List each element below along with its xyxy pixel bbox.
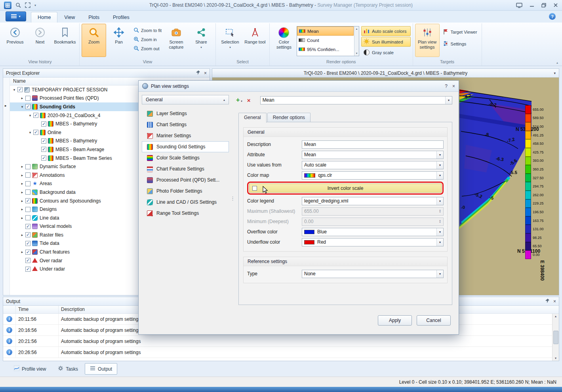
icon-column-header[interactable] (3, 306, 16, 313)
scroll-down-icon[interactable]: ▾ (555, 356, 556, 360)
sun-illuminated-button[interactable]: Sun illuminated (361, 37, 411, 47)
gray-scale-button[interactable]: Gray scale (361, 47, 411, 57)
quick-zoom-icon[interactable] (15, 2, 21, 8)
expander-icon[interactable]: ▸ (19, 96, 25, 100)
checkbox[interactable]: ✓ (25, 232, 30, 237)
tab-view[interactable]: View (57, 12, 82, 23)
plan-view-settings-button[interactable]: Plan view settings (415, 24, 440, 57)
zoom-button[interactable]: Zoom (82, 24, 106, 57)
previous-button[interactable]: Previous (3, 24, 27, 57)
dialog-help-icon[interactable]: ? (445, 83, 448, 89)
expander-icon[interactable]: ▸ (19, 190, 25, 194)
scroll-up-icon[interactable]: ▴ (555, 314, 556, 318)
delete-attribute-button[interactable]: × (247, 97, 251, 103)
checkbox[interactable] (25, 181, 30, 186)
sidebar-item-line-cad-gis-settings[interactable]: Line and CAD / GIS Settings (142, 197, 229, 208)
checkbox[interactable] (25, 164, 30, 169)
close-panel-icon[interactable]: × (204, 71, 207, 76)
output-scrollbar[interactable]: ▴▾ (552, 314, 559, 361)
invert-color-scale-row[interactable]: Invert color scale (249, 184, 442, 193)
map-view-header[interactable]: TrQI-020 - Brest EM2040 \ 2020-09-21_Coa… (212, 69, 559, 78)
scroll-down-icon[interactable]: ▾ (356, 52, 358, 55)
checkbox[interactable]: ✓ (17, 87, 23, 92)
scrollbar-thumb[interactable] (553, 331, 558, 344)
help-icon[interactable]: ? (549, 13, 556, 20)
color-map-combo[interactable]: qps.clr▼ (302, 171, 444, 180)
tab-general[interactable]: General (238, 113, 267, 123)
sidebar-category-general[interactable]: General ▴ (142, 95, 229, 104)
application-menu-button[interactable]: ▾ (6, 11, 26, 21)
checkbox[interactable]: ✓ (33, 130, 38, 135)
color-legend-combo[interactable]: legend_dredging.xml▼ (302, 197, 444, 205)
app-icon[interactable] (4, 2, 11, 9)
dialog-close-icon[interactable]: × (452, 84, 455, 89)
screen-capture-button[interactable]: Screen capture (164, 24, 189, 57)
splitter-handle[interactable]: ⋮ (230, 195, 235, 201)
sidebar-item-chart-feature-settings[interactable]: Chart Feature Settings (142, 163, 229, 174)
pin-icon[interactable] (196, 70, 200, 76)
minimum-spinner[interactable]: 0.00▲▼ (302, 218, 444, 226)
underflow-color-combo[interactable]: Red▼ (302, 238, 444, 246)
expander-icon[interactable]: ▸ (19, 250, 25, 254)
checkbox[interactable]: ✓ (25, 241, 30, 246)
attribute-select[interactable]: Mean ▼ (260, 96, 452, 104)
checkbox[interactable]: ✓ (25, 258, 30, 263)
expander-icon[interactable]: ▸ (19, 233, 25, 237)
attribute-item-mean[interactable]: Mean (297, 27, 354, 36)
sidebar-item-range-tool-settings[interactable]: Range Tool Settings (142, 208, 229, 219)
checkbox[interactable]: ✓ (25, 224, 30, 229)
tab-plots[interactable]: Plots (82, 12, 106, 23)
minimize-button[interactable] (530, 3, 534, 8)
expander-icon[interactable]: ▸ (19, 173, 25, 177)
maximum-spinner[interactable]: 655.00▲▼ (302, 207, 444, 216)
checkbox[interactable]: ✓ (41, 147, 46, 152)
tab-output[interactable]: Output (85, 363, 117, 375)
tab-profiles[interactable]: Profiles (106, 12, 136, 23)
range-tool-button[interactable]: Range tool (243, 24, 267, 57)
checkbox[interactable]: ✓ (25, 198, 30, 203)
pin-icon[interactable] (545, 298, 550, 304)
reference-type-combo[interactable]: None▼ (302, 270, 444, 278)
checkbox[interactable]: ✓ (41, 121, 46, 127)
tab-render-options[interactable]: Render options (267, 113, 311, 122)
tab-profile-view[interactable]: Profile view (9, 363, 51, 375)
quick-fit-icon[interactable] (25, 2, 30, 8)
attribute-item-count[interactable]: Count (297, 36, 354, 45)
attribute-combo[interactable]: Mean▼ (302, 151, 444, 159)
checkbox[interactable]: ✓ (25, 104, 30, 109)
target-viewer-button[interactable]: Target Viewer (442, 28, 477, 36)
zoom-out-button[interactable]: Zoom out (133, 45, 162, 52)
zoom-in-button[interactable]: Zoom in (133, 36, 162, 43)
output-row[interactable]: 20:21:56Automatic backup of program sett… (3, 336, 559, 347)
checkbox[interactable]: ✓ (33, 113, 38, 118)
output-row[interactable]: 20:26:56Automatic backup of program sett… (3, 347, 559, 358)
apply-button[interactable]: Apply (378, 315, 412, 326)
checkbox[interactable] (25, 207, 30, 212)
time-column-header[interactable]: Time (16, 306, 59, 313)
cancel-button[interactable]: Cancel (417, 315, 451, 326)
bookmarks-button[interactable]: Bookmarks (53, 24, 77, 57)
spinner-arrows-icon[interactable]: ▲▼ (439, 209, 441, 213)
overflow-color-combo[interactable]: Blue▼ (302, 228, 444, 236)
expander-icon[interactable]: ▸ (19, 182, 25, 186)
checkbox[interactable]: ✓ (41, 155, 46, 161)
scroll-up-icon[interactable]: ▴ (356, 27, 358, 30)
expander-icon[interactable]: ▸ (19, 199, 25, 203)
attribute-list-scrollbar[interactable]: ▴▾ (354, 27, 359, 56)
checkbox[interactable] (25, 96, 30, 101)
sidebar-item-mariner-settings[interactable]: Mariner Settings (142, 130, 229, 141)
zoom-to-fit-button[interactable]: Zoom to fit (133, 27, 162, 34)
checkbox[interactable] (25, 189, 30, 195)
share-button[interactable]: Share ▾ (189, 24, 213, 57)
expander-icon[interactable]: ▾ (27, 131, 33, 134)
tab-home[interactable]: Home (31, 12, 57, 23)
sidebar-item-color-scale-settings[interactable]: Color Scale Settings (142, 152, 229, 163)
sidebar-item-photo-folder-settings[interactable]: Photo Folder Settings (142, 186, 229, 197)
attribute-item-confidence[interactable]: 95% Confiden... (297, 45, 354, 54)
close-panel-icon[interactable]: × (553, 299, 556, 304)
targets-settings-button[interactable]: Settings (442, 40, 477, 47)
tab-tasks[interactable]: Tasks (53, 363, 83, 375)
map-tab-dropdown-icon[interactable]: ▾ (554, 71, 556, 75)
sidebar-item-layer-settings[interactable]: Layer Settings (142, 108, 229, 119)
sidebar-item-sounding-grid-settings[interactable]: Sounding Grid Settings (142, 141, 229, 152)
